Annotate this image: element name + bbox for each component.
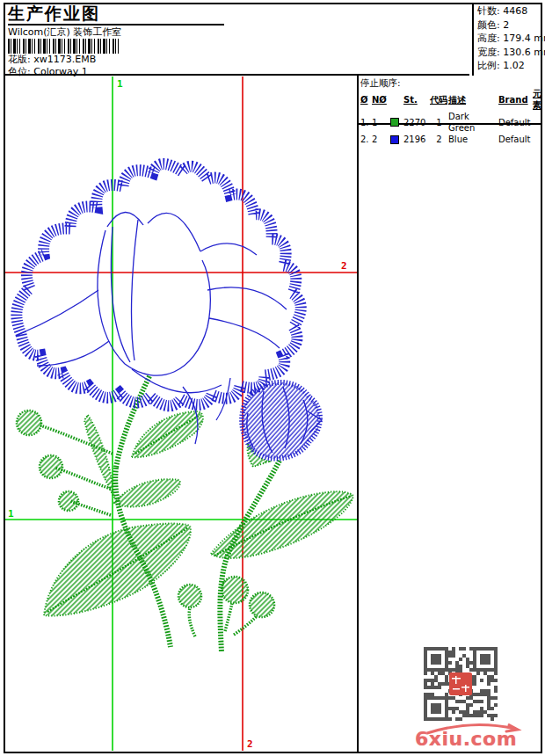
design-file-value: xw1173.EMB bbox=[33, 54, 96, 65]
leaf bbox=[132, 411, 203, 457]
panel-divider bbox=[357, 76, 359, 753]
guide-label: 2 bbox=[341, 260, 347, 272]
worksheet-header: 生产作业图 Wilcom(汇京) 装饰工作室 花版: xw1173.EMB 色位… bbox=[5, 4, 469, 76]
barcode-icon bbox=[8, 39, 119, 54]
col-header-st: St. bbox=[403, 94, 430, 105]
height-line: 高度: 179.4 mm bbox=[477, 32, 541, 46]
watermark-logo: 6xiu.com bbox=[411, 721, 526, 752]
table-header-row: Ø NØ St. 代码 描述 Brand 元素 bbox=[360, 88, 541, 111]
col-header-element: 元素 bbox=[533, 88, 543, 111]
color-swatch bbox=[390, 118, 399, 127]
guide-label: 2 bbox=[247, 738, 253, 750]
flower-satin-outline bbox=[17, 164, 301, 405]
col-header-needle: NØ bbox=[372, 94, 390, 105]
stitch-count-line: 针数: 4468 bbox=[477, 4, 541, 18]
col-header-desc: 描述 bbox=[448, 94, 498, 105]
guide-label: 1 bbox=[8, 508, 14, 520]
design-file-line: 花版: xw1173.EMB bbox=[8, 54, 469, 66]
stem bbox=[189, 607, 195, 636]
red-stamp-icon bbox=[449, 672, 472, 695]
flower-bud bbox=[222, 577, 248, 603]
flower-bud bbox=[250, 592, 274, 617]
col-header-no: Ø bbox=[360, 94, 372, 105]
design-file-label: 花版: bbox=[8, 54, 31, 65]
page-title: 生产作业图 bbox=[8, 4, 224, 25]
stem bbox=[234, 616, 257, 635]
col-header-code: 代码 bbox=[430, 94, 448, 105]
flower-bud bbox=[178, 585, 201, 607]
blue-thread-elements bbox=[17, 164, 322, 458]
scale-line: 比例: 1.02 bbox=[477, 59, 541, 73]
design-stats: 针数: 4468 颜色: 2 高度: 179.4 mm 宽度: 130.6 mm… bbox=[472, 4, 541, 76]
stop-sequence-title: 停止顺序: bbox=[360, 77, 541, 88]
table-row: 2. 2 2196 2 Blue Default bbox=[360, 134, 541, 145]
leaf bbox=[114, 479, 180, 506]
flower-bud bbox=[59, 491, 78, 511]
stem bbox=[225, 603, 232, 631]
color-swatch bbox=[390, 135, 399, 144]
studio-name: Wilcom(汇京) 装饰工作室 bbox=[8, 26, 469, 38]
table-row: 1. 1 2270 1 Dark Green Default bbox=[360, 111, 541, 134]
flower-bud bbox=[17, 411, 41, 435]
guide-label: 1 bbox=[117, 78, 123, 90]
stop-sequence-table: 停止顺序: Ø NØ St. 代码 描述 Brand 元素 1. 1 2270 … bbox=[359, 76, 541, 125]
logo-text: 6xiu.com bbox=[415, 728, 517, 750]
flower-bud bbox=[40, 455, 62, 478]
design-preview: 1 1 2 2 bbox=[5, 76, 357, 751]
color-count-line: 颜色: 2 bbox=[477, 18, 541, 33]
blue-bud bbox=[242, 382, 320, 459]
width-line: 宽度: 130.6 mm bbox=[477, 46, 541, 60]
col-header-brand: Brand bbox=[498, 94, 533, 105]
